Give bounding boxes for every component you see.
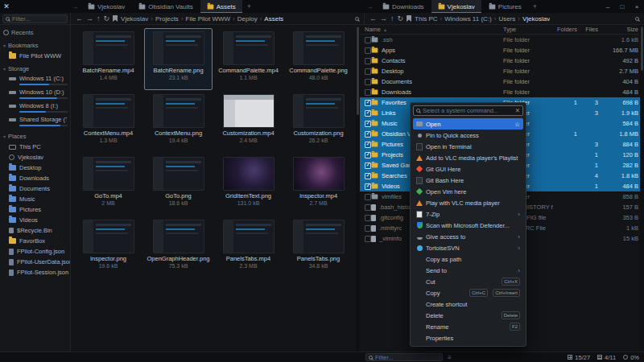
grid-item[interactable]: GridItemText.png131.0 kB	[214, 154, 283, 216]
table-row[interactable]: ContactsFile folder492 B	[360, 56, 640, 66]
menu-item-create-shortcut[interactable]: Create shortcut	[413, 298, 523, 310]
scrollbar-thumb[interactable]	[357, 27, 359, 115]
back-icon[interactable]: ←	[76, 15, 83, 23]
grid-item[interactable]: Customization.mp42.4 MB	[214, 91, 283, 153]
breadcrumb-item[interactable]: File Pilot WWW	[186, 15, 237, 23]
maximize-button[interactable]: □	[615, 0, 630, 13]
forward-icon[interactable]: →	[380, 15, 387, 23]
sidebar-item-fpilot-session[interactable]: FPilot-Session.json	[0, 267, 70, 278]
row-checkbox-checked[interactable]	[365, 131, 371, 138]
filter-input[interactable]: Filter...	[365, 353, 443, 361]
column-header-folders[interactable]: Folders	[553, 26, 577, 33]
tab-left-vjekoslav[interactable]: Vjekoslav	[81, 0, 131, 13]
search-icon[interactable]	[635, 17, 639, 21]
command-search-input[interactable]: Select a system command... ✕	[413, 105, 523, 116]
row-checkbox[interactable]	[365, 79, 371, 85]
row-checkbox[interactable]	[365, 194, 371, 200]
up-icon[interactable]: ↑	[97, 15, 101, 23]
row-checkbox[interactable]	[365, 37, 371, 43]
menu-item-open-vim[interactable]: Open Vim here	[413, 186, 523, 197]
bookmark-icon[interactable]	[407, 15, 411, 22]
refresh-icon[interactable]: ↻	[104, 15, 110, 23]
menu-item-give-access[interactable]: Give access to›	[413, 231, 523, 242]
row-checkbox[interactable]	[365, 89, 371, 96]
table-row[interactable]: .sshFile folder1.6 kB	[360, 35, 640, 45]
row-checkbox-checked[interactable]	[365, 183, 371, 190]
grid-item[interactable]: Inspector.png19.6 kB	[74, 216, 142, 278]
row-checkbox[interactable]	[365, 225, 371, 232]
tab-list-icon[interactable]: →	[69, 0, 80, 13]
sidebar-item-documents[interactable]: Documents	[0, 183, 70, 194]
breadcrumb-item[interactable]: Projects	[155, 15, 186, 23]
menu-item-7zip[interactable]: 7-Zip›	[413, 208, 523, 220]
sidebar-filter-input[interactable]: Filter...	[2, 14, 68, 23]
sidebar-item-pictures[interactable]: Pictures	[0, 204, 70, 215]
sidebar-item-fpilot-userdata[interactable]: FPilot-UserData.json	[0, 257, 70, 267]
menu-item-pin-quick-access[interactable]: Pin to Quick access	[413, 130, 523, 141]
minimize-button[interactable]: –	[601, 0, 615, 13]
sidebar-item-windows-11-c[interactable]: Windows 11 (C:)	[0, 74, 70, 88]
table-row[interactable]: DownloadsFile folder484 B	[360, 87, 640, 97]
grid-item[interactable]: PanelsTabs.png34.8 kB	[284, 216, 353, 278]
tab-list-icon[interactable]: →	[364, 0, 375, 13]
grid-item[interactable]: CommandPalette.mp41.1 MB	[214, 28, 283, 90]
menu-item-git-bash[interactable]: Git Bash Here	[413, 175, 523, 186]
tab-left-obsidian-vaults[interactable]: Obsidian Vaults	[132, 0, 199, 13]
sidebar-item-file-pilot-www[interactable]: File Pilot WWW	[0, 51, 70, 61]
row-checkbox[interactable]	[365, 68, 371, 75]
grid-item[interactable]: Inspector.mp42.7 MB	[284, 154, 353, 216]
favorite-star-icon[interactable]: ☆	[514, 121, 520, 128]
sidebar-item-downloads[interactable]: Downloads	[0, 173, 70, 183]
menu-item-copy[interactable]: CopyCtrl+CCtrl+Insert	[413, 287, 523, 298]
row-checkbox[interactable]	[365, 236, 371, 242]
menu-item-play-vlc[interactable]: Play with VLC media player	[413, 197, 523, 208]
grid-item[interactable]: GoTo.png18.6 kB	[144, 154, 213, 216]
menu-item-defender-scan[interactable]: Scan with Microsoft Defender...	[413, 220, 523, 231]
breadcrumb-item[interactable]: Vjekoslav	[522, 15, 550, 23]
sidebar-item-windows-10-d[interactable]: Windows 10 (D:)	[0, 88, 70, 101]
back-icon[interactable]: ←	[369, 15, 377, 23]
grid-item[interactable]: PanelsTabs.mp42.3 MB	[214, 216, 283, 278]
row-checkbox[interactable]	[365, 58, 371, 64]
row-checkbox-checked[interactable]	[365, 162, 371, 169]
tab-right-vjekoslav[interactable]: Vjekoslav	[431, 0, 481, 13]
column-header-type[interactable]: Type	[503, 26, 553, 33]
sidebar-item-recycle-bin[interactable]: $Recycle.Bin	[0, 225, 70, 236]
sidebar-item-vjekoslav[interactable]: Vjekoslav	[0, 152, 70, 162]
breadcrumb-item[interactable]: This PC	[415, 15, 444, 23]
sidebar-item-windows-8-i[interactable]: Windows 8 (I:)	[0, 101, 70, 115]
up-icon[interactable]: ↑	[390, 15, 394, 23]
sidebar-section-places[interactable]: ▾ Places	[0, 131, 70, 142]
search-icon[interactable]	[355, 17, 359, 21]
new-tab-button-left[interactable]: +	[243, 0, 255, 13]
grid-item[interactable]: ContextMenu.png19.4 kB	[144, 91, 213, 153]
breadcrumb-item[interactable]: Windows 11 (C:)	[444, 15, 498, 23]
forward-icon[interactable]: →	[86, 15, 93, 23]
sidebar-item-recents[interactable]: Recents	[0, 27, 70, 38]
column-header-name[interactable]: Name▴	[365, 26, 503, 33]
sidebar-item-desktop[interactable]: Desktop	[0, 162, 70, 173]
scrollbar-thumb[interactable]	[641, 27, 643, 71]
row-checkbox-checked[interactable]	[365, 121, 371, 127]
grid-item-selected[interactable]: BatchRename.png23.1 kB	[144, 28, 213, 90]
sidebar-section-storage[interactable]: ▾ Storage	[0, 64, 70, 74]
menu-item-send-to[interactable]: Send to›	[413, 265, 523, 276]
grid-item[interactable]: BatchRename.mp41.4 MB	[74, 28, 142, 90]
tab-left-assets[interactable]: Assets	[200, 0, 242, 13]
grid-item[interactable]: ContextMenu.mp41.3 MB	[74, 91, 142, 153]
menu-item-rename[interactable]: RenameF2	[413, 321, 523, 332]
close-icon[interactable]: ✕	[515, 107, 520, 114]
filter-options-icon[interactable]: ≡	[448, 354, 452, 361]
sidebar-item-favorbox[interactable]: FavorBox	[0, 236, 70, 246]
refresh-icon[interactable]: ↻	[398, 15, 404, 23]
sidebar-item-videos[interactable]: Videos	[0, 215, 70, 225]
column-header-files[interactable]: Files	[577, 26, 598, 33]
grid-item[interactable]: Customization.png26.2 kB	[284, 91, 353, 153]
grid-item[interactable]: CommandPalette.png48.0 kB	[284, 28, 353, 90]
menu-item-cut[interactable]: CutCtrl+X	[413, 276, 523, 287]
tab-right-downloads[interactable]: Downloads	[376, 0, 431, 13]
grid-item[interactable]: OpenGraphHeader.png75.3 kB	[144, 216, 213, 278]
breadcrumb-item[interactable]: Users	[498, 15, 522, 23]
row-checkbox-checked[interactable]	[365, 142, 371, 148]
bookmark-icon[interactable]	[113, 15, 118, 22]
